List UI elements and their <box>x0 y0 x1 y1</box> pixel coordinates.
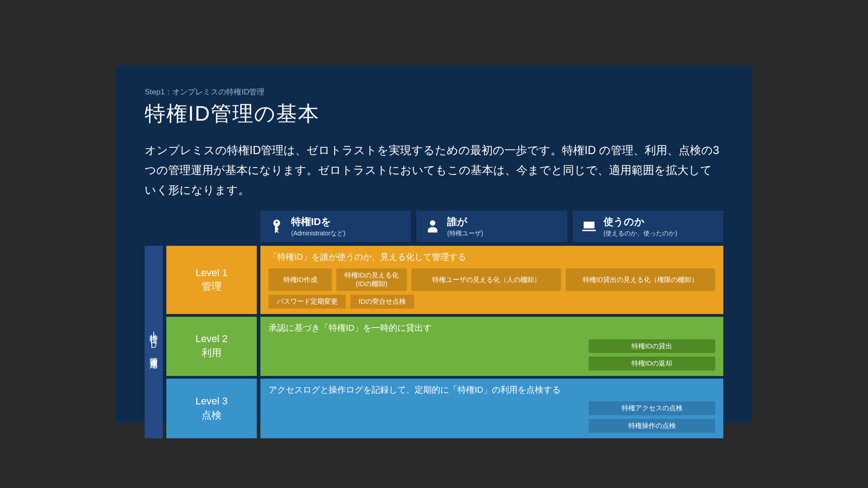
level-desc: 「特権ID」を誰が使うのか、見える化して管理する <box>269 251 715 263</box>
level-subname: 点検 <box>202 408 222 422</box>
header-sublabel: (特権ユーザ) <box>447 230 483 238</box>
header-privileged-id: 特権IDを (Administratorなど) <box>260 211 411 242</box>
level3-label: Level 3 点検 <box>166 379 257 438</box>
header-usage: 使うのか (使えるのか、使ったのか) <box>573 211 723 242</box>
level3-body: アクセスログと操作ログを記録して、定期的に「特権ID」の利用を点検する 特権アク… <box>260 379 723 438</box>
chip: パスワード定期変更 <box>269 295 346 309</box>
header-label: 特権IDを <box>291 215 345 229</box>
chip-row: パスワード定期変更 IDの突合せ点検 <box>269 295 715 309</box>
level2-body: 承認に基づき「特権ID」を一時的に貸出す 特権IDの貸出 特権IDの返却 <box>260 317 723 376</box>
chip: 特権ユーザの見える化（人の棚卸） <box>411 268 561 291</box>
level-desc: アクセスログと操作ログを記録して、定期的に「特権ID」の利用を点検する <box>269 384 715 396</box>
key-icon <box>269 218 285 235</box>
lead-text: オンプレミスの特権ID管理は、ゼロトラストを実現するための最初の一歩です。特権I… <box>145 141 723 200</box>
level-subname: 管理 <box>202 280 222 294</box>
side-label: 特権ID管理運用 <box>145 246 163 438</box>
chip: 特権IDの貸出 <box>589 339 715 353</box>
matrix: 特権IDを (Administratorなど) 誰が (特権ユーザ) 使うのか … <box>145 211 723 438</box>
chip: 特権ID作成 <box>269 268 332 291</box>
level-name: Level 3 <box>196 394 228 408</box>
header-label: 誰が <box>447 215 483 229</box>
level-name: Level 2 <box>196 332 228 346</box>
laptop-icon <box>581 218 597 235</box>
header-sublabel: (Administratorなど) <box>291 230 345 238</box>
slide: Step1：オンプレミスの特権ID管理 特権ID管理の基本 オンプレミスの特権I… <box>116 65 752 423</box>
matrix-header-row: 特権IDを (Administratorなど) 誰が (特権ユーザ) 使うのか … <box>260 211 723 242</box>
chip: IDの突合せ点検 <box>350 295 414 309</box>
level-subname: 利用 <box>202 346 222 360</box>
chip: 特権IDの見える化 (IDの棚卸) <box>336 268 407 291</box>
level1-body: 「特権ID」を誰が使うのか、見える化して管理する 特権ID作成 特権IDの見える… <box>260 246 723 314</box>
chip: 特権アクセスの点検 <box>589 401 715 415</box>
level1-label: Level 1 管理 <box>166 246 257 314</box>
person-icon <box>425 218 441 235</box>
page-title: 特権ID管理の基本 <box>145 100 723 128</box>
level-desc: 承認に基づき「特権ID」を一時的に貸出す <box>269 322 715 334</box>
level2-label: Level 2 利用 <box>166 317 257 376</box>
chip: 特権操作の点検 <box>589 419 715 433</box>
level-name: Level 1 <box>196 266 228 280</box>
chip: 特権IDの返却 <box>589 357 715 371</box>
header-sublabel: (使えるのか、使ったのか) <box>604 230 677 238</box>
chip-row: 特権ID作成 特権IDの見える化 (IDの棚卸) 特権ユーザの見える化（人の棚卸… <box>269 268 715 291</box>
header-label: 使うのか <box>604 215 677 229</box>
breadcrumb: Step1：オンプレミスの特権ID管理 <box>145 87 723 97</box>
chip: 特権ID貸出の見える化（権限の棚卸） <box>566 268 715 291</box>
header-who: 誰が (特権ユーザ) <box>416 211 567 242</box>
